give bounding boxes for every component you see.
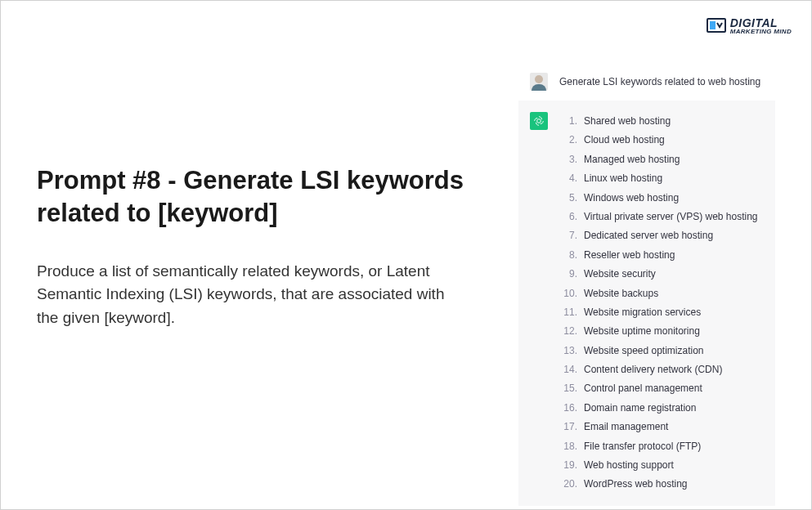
- keyword-text: Web hosting support: [584, 456, 674, 475]
- keyword-text: Control panel management: [584, 379, 702, 398]
- keyword-item: Shared web hosting: [559, 112, 758, 131]
- left-content: Prompt #8 - Generate LSI keywords relate…: [37, 164, 470, 329]
- keyword-item: Website migration services: [559, 303, 758, 322]
- keyword-text: Virtual private server (VPS) web hosting: [584, 208, 758, 226]
- keyword-item: Domain name registration: [559, 399, 758, 418]
- logo-line2: MARKETING MIND: [730, 29, 792, 35]
- keyword-text: Website uptime monitoring: [584, 322, 700, 341]
- logo-mark-icon: [706, 16, 727, 37]
- keyword-item: Control panel management: [559, 379, 758, 398]
- keyword-item: WordPress web hosting: [559, 475, 758, 494]
- ai-message-row: Shared web hostingCloud web hostingManag…: [518, 101, 775, 506]
- keyword-text: Domain name registration: [584, 399, 696, 418]
- svg-rect-1: [710, 21, 716, 29]
- keyword-item: Content delivery network (CDN): [559, 360, 758, 379]
- keyword-item: Dedicated server web hosting: [559, 226, 758, 245]
- keyword-item: Website security: [559, 265, 758, 284]
- keyword-item: Website uptime monitoring: [559, 322, 758, 341]
- keyword-item: Website backups: [559, 284, 758, 303]
- keyword-text: Website migration services: [584, 303, 701, 322]
- keyword-text: Reseller web hosting: [584, 246, 675, 265]
- keyword-text: Website speed optimization: [584, 342, 704, 360]
- keyword-text: Website backups: [584, 284, 658, 303]
- keyword-text: Email management: [584, 418, 668, 436]
- keyword-item: Web hosting support: [559, 456, 758, 475]
- keyword-text: Content delivery network (CDN): [584, 360, 722, 379]
- chat-panel: Generate LSI keywords related to web hos…: [518, 63, 775, 506]
- keyword-item: File transfer protocol (FTP): [559, 437, 758, 456]
- keyword-item: Reseller web hosting: [559, 246, 758, 265]
- keyword-item: Cloud web hosting: [559, 131, 758, 150]
- keyword-item: Managed web hosting: [559, 150, 758, 169]
- keyword-item: Linux web hosting: [559, 169, 758, 188]
- logo-line1: DIGITAL: [730, 17, 792, 29]
- keyword-item: Virtual private server (VPS) web hosting: [559, 208, 758, 226]
- prompt-description: Produce a list of semantically related k…: [37, 260, 470, 330]
- keyword-text: Cloud web hosting: [584, 131, 665, 150]
- keyword-text: Website security: [584, 265, 656, 284]
- keyword-text: WordPress web hosting: [584, 475, 688, 494]
- keyword-text: Dedicated server web hosting: [584, 226, 713, 245]
- logo-text: DIGITAL MARKETING MIND: [730, 17, 792, 35]
- keyword-text: Managed web hosting: [584, 150, 680, 169]
- keyword-text: Shared web hosting: [584, 112, 671, 131]
- keyword-text: File transfer protocol (FTP): [584, 437, 701, 456]
- ai-avatar-icon: [530, 112, 548, 130]
- keyword-text: Linux web hosting: [584, 169, 662, 188]
- keyword-text: Windows web hosting: [584, 189, 679, 208]
- prompt-heading: Prompt #8 - Generate LSI keywords relate…: [37, 164, 470, 230]
- keyword-item: Email management: [559, 418, 758, 436]
- keyword-item: Windows web hosting: [559, 189, 758, 208]
- keyword-list: Shared web hostingCloud web hostingManag…: [559, 112, 758, 494]
- brand-logo: DIGITAL MARKETING MIND: [706, 16, 792, 37]
- user-prompt-text: Generate LSI keywords related to web hos…: [559, 76, 760, 87]
- keyword-item: Website speed optimization: [559, 342, 758, 360]
- user-avatar-icon: [530, 73, 548, 91]
- user-message-row: Generate LSI keywords related to web hos…: [518, 63, 775, 101]
- svg-point-2: [537, 119, 541, 123]
